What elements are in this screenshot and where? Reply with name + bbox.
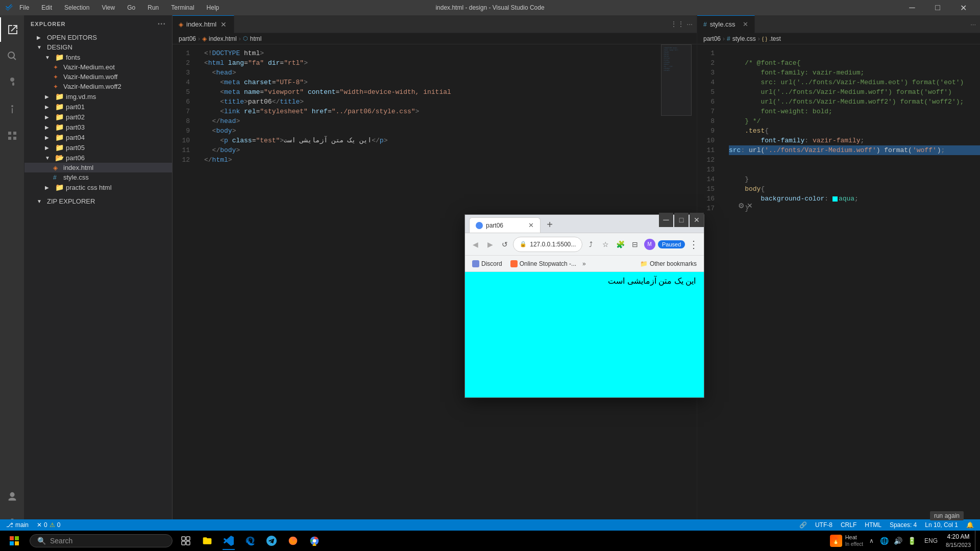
part02-folder[interactable]: ▶ 📁 part02 <box>24 112 172 122</box>
bookmark-stopwatch[interactable]: Online Stopwatch -... <box>507 259 579 268</box>
browser-fav-btn[interactable]: ☆ <box>599 237 612 252</box>
menu-go[interactable]: Go <box>125 3 137 12</box>
breadcrumb-element-name[interactable]: html <box>250 35 262 42</box>
language-item[interactable]: HTML <box>861 521 886 529</box>
battery-icon[interactable]: 🔋 <box>905 535 918 547</box>
breadcrumb-part06[interactable]: part06 <box>179 35 196 42</box>
browser-url-bar[interactable]: 🔒 127.0.0.1:5500... <box>513 237 582 252</box>
tab-style-css[interactable]: # style.css ✕ <box>697 15 755 33</box>
tab-html-close[interactable]: ✕ <box>219 20 228 29</box>
part06-folder[interactable]: ▼ 📂 part06 <box>24 153 172 163</box>
css-code-content[interactable]: /* @font-face{ font-family: vazir-medium… <box>723 44 980 540</box>
browser-forward-btn[interactable]: ▶ <box>484 237 497 252</box>
split-editor-button[interactable]: ⋮⋮ <box>670 20 684 28</box>
sidebar-more-button[interactable]: ··· <box>158 19 166 29</box>
part03-folder[interactable]: ▶ 📁 part03 <box>24 122 172 132</box>
panel-settings-icon[interactable]: ⚙ <box>738 202 745 210</box>
spaces-item[interactable]: Spaces: 4 <box>886 521 921 529</box>
bookmarks-chevron[interactable]: » <box>582 260 586 267</box>
heat-notification[interactable]: 🔥 Heat In effect <box>826 531 867 551</box>
position-item[interactable]: Ln 10, Col 1 <box>921 521 962 529</box>
browser-share-btn[interactable]: ⤴ <box>584 237 597 252</box>
menu-run[interactable]: Run <box>145 3 161 12</box>
language-tray[interactable]: ENG <box>920 537 942 544</box>
browser-paused-btn[interactable]: Paused <box>658 240 685 248</box>
run-again-button[interactable]: run again <box>930 511 964 520</box>
show-desktop-btn[interactable] <box>975 531 978 551</box>
taskbar-icon-file-explorer[interactable] <box>197 531 217 551</box>
open-editors-section[interactable]: ▶ OPEN EDITORS <box>24 33 172 42</box>
menu-terminal[interactable]: Terminal <box>169 3 196 12</box>
menu-selection[interactable]: Selection <box>62 3 91 12</box>
fonts-folder[interactable]: ▼ 📁 fonts <box>24 52 172 62</box>
css-breadcrumb-filename[interactable]: style.css <box>732 35 756 42</box>
menu-edit[interactable]: Edit <box>39 3 54 12</box>
browser-new-tab-btn[interactable]: + <box>543 217 557 232</box>
design-section[interactable]: ▼ DESIGN <box>24 42 172 52</box>
font-file-woff2[interactable]: ✦ Vazir-Medium.woff2 <box>24 82 172 91</box>
minimize-button[interactable]: ─ <box>900 0 924 15</box>
panel-close-icon[interactable]: ✕ <box>747 202 753 210</box>
taskbar-icon-edge[interactable] <box>240 531 260 551</box>
browser-back-btn[interactable]: ◀ <box>469 237 482 252</box>
notification-item[interactable]: 🔔 <box>962 521 978 529</box>
browser-minimize-btn[interactable]: ─ <box>659 213 673 227</box>
activity-extensions[interactable] <box>0 123 24 148</box>
breadcrumb-filename[interactable]: index.html <box>209 35 237 42</box>
practic-folder[interactable]: ▶ 📁 practic css html <box>24 182 172 192</box>
zip-explorer-section[interactable]: ▼ ZIP EXPLORER <box>24 196 172 206</box>
taskbar-icon-vscode[interactable] <box>218 531 239 551</box>
menu-help[interactable]: Help <box>205 3 222 12</box>
taskbar-search[interactable]: 🔍 Search <box>30 534 173 547</box>
other-bookmarks[interactable]: 📁 Other bookmarks <box>637 259 700 268</box>
browser-tab-item[interactable]: part06 ✕ <box>469 217 541 233</box>
menu-view[interactable]: View <box>100 3 117 12</box>
task-view-button[interactable] <box>176 531 196 551</box>
browser-maximize-btn[interactable]: □ <box>674 213 689 227</box>
activity-debug[interactable] <box>0 97 24 121</box>
taskbar-icon-firefox[interactable] <box>283 531 303 551</box>
bookmark-discord[interactable]: Discord <box>469 259 505 268</box>
maximize-button[interactable]: □ <box>926 0 949 15</box>
activity-search[interactable] <box>0 44 24 68</box>
color-swatch-aqua[interactable] <box>832 196 838 202</box>
right-more-actions[interactable]: ··· <box>970 20 976 28</box>
img-vd-ms-folder[interactable]: ▶ 📁 img.vd.ms <box>24 91 172 102</box>
activity-account[interactable] <box>0 485 24 509</box>
part01-folder[interactable]: ▶ 📁 part01 <box>24 102 172 112</box>
browser-menu-btn[interactable]: ⋮ <box>687 237 700 252</box>
css-breadcrumb-selector-name[interactable]: .test <box>769 35 781 42</box>
css-tab-close[interactable]: ✕ <box>743 20 748 28</box>
tray-chevron[interactable]: ∧ <box>867 537 876 544</box>
taskbar-icon-telegram[interactable] <box>261 531 282 551</box>
volume-icon[interactable]: 🔊 <box>892 535 904 547</box>
eol-item[interactable]: CRLF <box>837 521 861 529</box>
file-style-css[interactable]: # style.css <box>24 172 172 182</box>
browser-split-btn[interactable]: ⊟ <box>628 237 641 252</box>
clock[interactable]: 4:20 AM 8/15/2023 <box>942 531 975 551</box>
browser-close-btn[interactable]: ✕ <box>690 213 704 227</box>
browser-profile-btn[interactable]: M <box>643 237 656 252</box>
start-button[interactable] <box>2 531 27 551</box>
live-share-item[interactable]: 🔗 <box>795 521 811 529</box>
font-file-eot[interactable]: ✦ Vazir-Medium.eot <box>24 62 172 72</box>
file-index-html[interactable]: ◈ index.html <box>24 163 172 172</box>
browser-tab-close[interactable]: ✕ <box>528 221 534 229</box>
activity-explorer[interactable] <box>0 17 24 42</box>
encoding-item[interactable]: UTF-8 <box>811 521 837 529</box>
git-branch-item[interactable]: ⎇ main <box>2 521 33 529</box>
errors-item[interactable]: ✕ 0 ⚠ 0 <box>33 521 64 529</box>
font-file-woff[interactable]: ✦ Vazir-Medium.woff <box>24 72 172 82</box>
taskbar-icon-chrome[interactable] <box>304 531 325 551</box>
browser-refresh-btn[interactable]: ↺ <box>498 237 511 252</box>
tab-index-html[interactable]: ◈ index.html ✕ <box>173 15 234 33</box>
menu-file[interactable]: File <box>17 3 31 12</box>
activity-git[interactable] <box>0 70 24 95</box>
browser-ext-btn[interactable]: 🧩 <box>614 237 627 252</box>
close-button[interactable]: ✕ <box>951 0 975 15</box>
part05-folder[interactable]: ▶ 📁 part05 <box>24 142 172 153</box>
network-icon[interactable]: 🌐 <box>878 535 891 547</box>
part04-folder[interactable]: ▶ 📁 part04 <box>24 132 172 142</box>
css-breadcrumb-part06[interactable]: part06 <box>703 35 721 42</box>
more-actions-button[interactable]: ··· <box>687 20 693 28</box>
